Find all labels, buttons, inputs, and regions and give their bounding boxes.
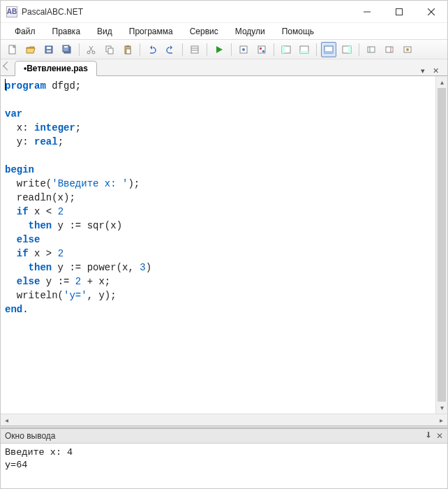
- pane2-icon[interactable]: [297, 42, 312, 57]
- toolbar: [1, 40, 447, 59]
- minimize-button[interactable]: [351, 1, 383, 22]
- code-editor[interactable]: program dfgd; var x: integer; y: real; b…: [1, 76, 435, 414]
- scroll-up-icon[interactable]: ▴: [436, 76, 447, 88]
- svg-rect-23: [191, 46, 198, 53]
- pane1-icon[interactable]: [278, 42, 294, 57]
- window-title: PascalABC.NET: [22, 7, 83, 17]
- menu-view[interactable]: Вид: [89, 24, 121, 38]
- svg-marker-22: [170, 45, 172, 50]
- menu-file[interactable]: Файл: [6, 24, 44, 38]
- svg-rect-19: [126, 45, 129, 47]
- menu-help[interactable]: Помощь: [274, 24, 322, 38]
- output-line: y=64: [5, 460, 27, 470]
- save-icon[interactable]: [41, 42, 57, 57]
- tab-dropdown-icon[interactable]: ▾: [418, 66, 428, 75]
- svg-rect-42: [386, 47, 393, 52]
- svg-rect-11: [64, 46, 68, 48]
- svg-point-45: [406, 48, 409, 51]
- redo-icon[interactable]: [163, 42, 178, 57]
- svg-rect-17: [108, 48, 113, 54]
- tool3-icon[interactable]: [400, 42, 415, 57]
- svg-rect-39: [348, 46, 351, 53]
- cut-icon[interactable]: [84, 42, 99, 57]
- open-file-icon[interactable]: [23, 42, 38, 57]
- pane3-icon[interactable]: [339, 42, 354, 57]
- titlebar: AB PascalABC.NET: [1, 1, 447, 23]
- vertical-scrollbar[interactable]: ▴ ▾: [435, 76, 447, 414]
- scroll-thumb[interactable]: [438, 88, 446, 402]
- pane-active-icon[interactable]: [321, 42, 336, 57]
- svg-marker-21: [150, 45, 152, 50]
- maximize-button[interactable]: [383, 1, 415, 22]
- close-button[interactable]: [415, 1, 447, 22]
- svg-rect-35: [300, 51, 308, 53]
- menu-service[interactable]: Сервис: [181, 24, 227, 38]
- tab-close-icon[interactable]: ✕: [431, 66, 440, 75]
- tool2-icon[interactable]: [382, 42, 397, 57]
- pin-icon[interactable]: [425, 431, 432, 441]
- horizontal-scrollbar[interactable]: ◂ ▸: [1, 414, 447, 425]
- compile-icon[interactable]: [236, 42, 251, 57]
- build-icon[interactable]: [254, 42, 269, 57]
- output-panel-header: Окно вывода ✕: [1, 428, 447, 444]
- tabbar: •Ветвление.pas ▾ ✕: [1, 59, 447, 76]
- copy-icon[interactable]: [102, 42, 117, 57]
- menu-modules[interactable]: Модули: [227, 24, 274, 38]
- svg-rect-33: [282, 46, 285, 53]
- menu-edit[interactable]: Правка: [44, 24, 89, 38]
- svg-marker-47: [426, 436, 431, 438]
- svg-point-28: [242, 48, 245, 51]
- editor-pane: program dfgd; var x: integer; y: real; b…: [1, 76, 447, 414]
- svg-marker-26: [216, 46, 223, 53]
- save-all-icon[interactable]: [59, 42, 75, 57]
- tool1-icon[interactable]: [364, 42, 379, 57]
- output-close-icon[interactable]: ✕: [436, 431, 443, 441]
- scroll-right-icon[interactable]: ▸: [435, 414, 447, 425]
- tab-active[interactable]: •Ветвление.pas: [15, 61, 97, 76]
- svg-rect-8: [47, 50, 51, 52]
- scroll-track[interactable]: [13, 414, 435, 425]
- svg-rect-7: [47, 47, 51, 49]
- svg-rect-20: [126, 49, 130, 54]
- paste-icon[interactable]: [120, 42, 135, 57]
- svg-rect-31: [262, 50, 264, 52]
- properties-icon[interactable]: [187, 42, 202, 57]
- new-file-icon[interactable]: [5, 42, 20, 57]
- output-panel[interactable]: Введите x: 4 y=64: [1, 444, 447, 488]
- svg-rect-40: [368, 47, 375, 52]
- output-panel-title: Окно вывода: [5, 431, 56, 441]
- window-controls: [351, 1, 447, 22]
- undo-icon[interactable]: [144, 42, 160, 57]
- svg-point-15: [92, 51, 95, 54]
- svg-rect-1: [396, 8, 403, 15]
- svg-point-14: [87, 51, 90, 54]
- app-icon: AB: [6, 6, 17, 17]
- scroll-left-icon[interactable]: ◂: [1, 414, 13, 425]
- svg-rect-37: [324, 51, 333, 53]
- svg-rect-30: [260, 48, 262, 50]
- run-icon[interactable]: [211, 42, 227, 57]
- text-caret: [5, 79, 6, 90]
- scroll-down-icon[interactable]: ▾: [436, 402, 447, 414]
- menu-program[interactable]: Программа: [121, 24, 181, 38]
- output-line: Введите x: 4: [5, 447, 73, 458]
- menubar: Файл Правка Вид Программа Сервис Модули …: [1, 23, 447, 40]
- svg-rect-46: [428, 432, 429, 436]
